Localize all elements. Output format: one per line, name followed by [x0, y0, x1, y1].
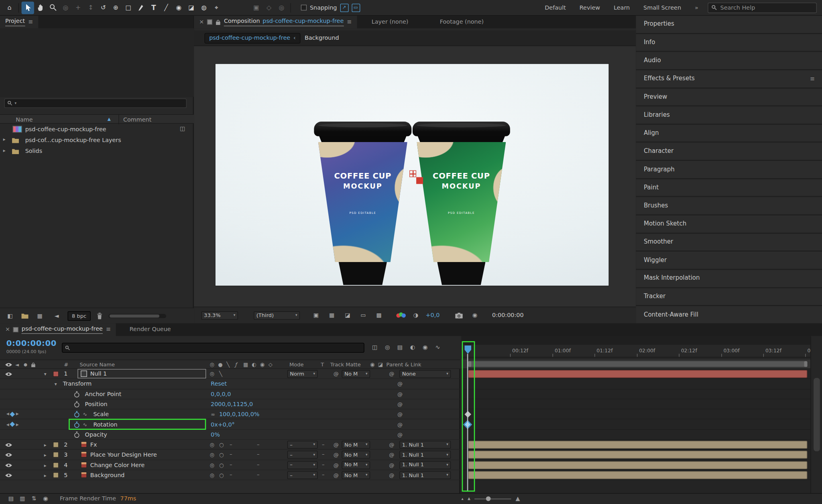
zoom-in-mountain-icon[interactable]: ▲ [515, 495, 520, 502]
matte-pickwhip-icon[interactable]: @ [334, 472, 339, 479]
layer-switch-icon[interactable]: ○ [219, 462, 224, 469]
project-search-input[interactable] [18, 100, 183, 107]
timeline-ruler[interactable]: 00:12f 01:00f 01:12f 02:00f 02:12f 03:00… [461, 345, 810, 357]
work-area-bar[interactable] [468, 361, 807, 367]
exposure-offset-value[interactable]: +0,0 [426, 312, 440, 319]
tab-layer[interactable]: Layer (none) [366, 16, 414, 28]
layer-switch-icon[interactable]: ◎ [210, 452, 214, 458]
track-matte-dropdown[interactable]: No M▾ [342, 461, 370, 469]
track-matte-dropdown[interactable]: No M▾ [342, 471, 370, 479]
blend-mode-dropdown[interactable]: Norm▾ [287, 370, 318, 378]
panel-tab-brushes[interactable]: Brushes [636, 197, 822, 215]
collapse-icon[interactable]: ▾ [55, 382, 57, 387]
keyframe-navigator[interactable]: ◀▶ [6, 412, 19, 417]
project-horizontal-scrollbar[interactable] [108, 314, 166, 318]
layer-switch-icon[interactable]: ○ [219, 442, 224, 448]
panel-tab-motion-sketch[interactable]: Motion Sketch [636, 215, 822, 233]
hand-tool[interactable] [34, 1, 47, 14]
eraser-tool[interactable]: ◪ [185, 1, 197, 14]
breadcrumb-comp-chip[interactable]: psd-coffee-cup-mockup-free ‹ [204, 33, 300, 43]
search-caret-icon[interactable]: ▾ [15, 101, 17, 106]
property-value[interactable]: 0% [211, 431, 220, 438]
matte-pickwhip-icon[interactable]: @ [334, 462, 339, 469]
property-row-position[interactable]: Position 2000,0,1125,0 @ [0, 399, 460, 409]
trash-icon[interactable] [96, 312, 103, 320]
parent-dropdown[interactable]: None▾ [399, 370, 451, 378]
view-layout-icon[interactable]: ▭ [358, 310, 369, 321]
eye-icon[interactable] [5, 473, 12, 477]
track-matte-dropdown[interactable]: No M▾ [342, 441, 370, 449]
property-value[interactable]: 2000,0,1125,0 [211, 401, 253, 408]
parent-dropdown[interactable]: 1. Null 1▾ [399, 461, 451, 469]
parent-pickwhip-icon[interactable]: @ [389, 472, 394, 479]
stopwatch-icon[interactable] [74, 431, 79, 438]
column-parent-link[interactable]: Parent & Link [387, 362, 421, 368]
blend-mode-dropdown[interactable]: –▾ [287, 441, 318, 449]
layer-color-swatch[interactable] [53, 462, 59, 468]
project-item-layers-folder[interactable]: ▸ psd-cof...cup-mockup-free Layers [0, 135, 194, 146]
expand-icon[interactable]: ▸ [44, 463, 47, 468]
matte-pickwhip-icon[interactable]: @ [334, 371, 339, 378]
dolly-camera-tool[interactable]: ↕ [84, 1, 97, 14]
blend-mode-dropdown[interactable]: –▾ [287, 461, 318, 469]
snap-option-b-icon[interactable]: ▭ [352, 3, 360, 12]
transform-group-row[interactable]: ▾ Transform Reset @ [0, 379, 460, 389]
parent-pickwhip-icon[interactable]: @ [389, 462, 394, 469]
panel-tab-mask-interpolation[interactable]: Mask Interpolation [636, 270, 822, 287]
graph-editor-icon[interactable]: ∿ [432, 342, 444, 353]
property-row-anchor-point[interactable]: Anchor Point 0,0,0,0 @ [0, 389, 460, 399]
toggle-render-pane-icon[interactable]: ◉ [40, 494, 51, 504]
motion-blur-icon[interactable]: ◉ [419, 342, 431, 353]
parent-dropdown[interactable]: 1. Null 1▾ [399, 441, 451, 449]
layer-duration-bar[interactable] [468, 471, 807, 479]
parent-dropdown[interactable]: 1. Null 1▾ [399, 451, 451, 459]
current-timecode[interactable]: 0:00:00:00 [6, 339, 57, 348]
panel-tab-align[interactable]: Align [636, 125, 822, 142]
layer-row-background[interactable]: ▸ 5 Background ◎ ○ – – –▾ – @ No M▾ @ 1.… [0, 470, 460, 480]
interpret-footage-icon[interactable]: ◧ [4, 311, 16, 321]
pickwhip-icon[interactable]: @ [397, 422, 403, 428]
layer-row-fx[interactable]: ▸ 2 Fx ◎ ○ – – –▾ – @ No M▾ @ 1. Null 1▾ [0, 440, 460, 450]
stopwatch-icon[interactable] [74, 401, 79, 408]
close-icon[interactable]: × [5, 326, 10, 333]
region-of-interest-icon[interactable]: ▣ [310, 310, 322, 321]
workspace-overflow-icon[interactable]: » [695, 4, 698, 11]
tab-render-queue[interactable]: Render Queue [124, 323, 176, 336]
composition-canvas[interactable]: COFFEE CUP MOCKUP PSD EDITABLE COFFEE CU… [216, 64, 609, 285]
property-label[interactable]: Opacity [85, 431, 107, 438]
composition-timecode[interactable]: 0:00:00:00 [492, 312, 524, 319]
matte-pickwhip-icon[interactable]: @ [334, 442, 339, 448]
transparency-grid-icon[interactable]: ▦ [326, 310, 338, 321]
panel-tab-info[interactable]: Info [636, 34, 822, 51]
collapse-icon[interactable]: ▾ [44, 372, 47, 377]
pickwhip-icon[interactable]: @ [397, 391, 403, 398]
panel-tab-smoother[interactable]: Smoother [636, 234, 822, 251]
panel-tab-audio[interactable]: Audio [636, 52, 822, 69]
collapse-up-icon[interactable]: ▴ [461, 496, 463, 502]
expand-icon[interactable]: ▸ [44, 442, 47, 448]
pan-behind-tool[interactable]: ⊕ [110, 1, 122, 14]
frame-blending-icon[interactable]: ◐ [407, 342, 419, 353]
column-mode[interactable]: Mode [289, 362, 304, 368]
zoom-dropdown[interactable]: 33.3%▾ [201, 311, 238, 319]
draft-3d-icon[interactable]: ◎ [382, 342, 393, 353]
layer-duration-bar[interactable] [468, 461, 807, 469]
layer-switch-icon[interactable]: ◎ [210, 472, 214, 479]
clone-stamp-tool[interactable]: ◉ [173, 1, 185, 14]
layer-switch-icon[interactable]: ╲ [219, 371, 222, 378]
layer-name[interactable]: Change Color Here [90, 461, 145, 468]
timeline-search-input[interactable] [72, 344, 361, 351]
resolution-dropdown[interactable]: (Third)▾ [254, 311, 300, 319]
column-divider[interactable] [118, 115, 119, 124]
eye-icon[interactable] [5, 372, 12, 376]
show-snapshot-icon[interactable]: ◉ [469, 310, 481, 321]
blend-mode-dropdown[interactable]: –▾ [287, 471, 318, 479]
audio-icon[interactable]: ◄ [15, 362, 19, 368]
workspace-review[interactable]: Review [580, 4, 600, 11]
new-folder-icon[interactable] [21, 312, 29, 319]
pan-camera-tool[interactable]: + [72, 1, 84, 14]
zoom-tool[interactable] [47, 1, 59, 14]
stopwatch-icon-active[interactable] [74, 411, 79, 418]
matte-pickwhip-icon[interactable]: @ [334, 452, 339, 458]
layer-duration-bar[interactable] [468, 451, 807, 459]
